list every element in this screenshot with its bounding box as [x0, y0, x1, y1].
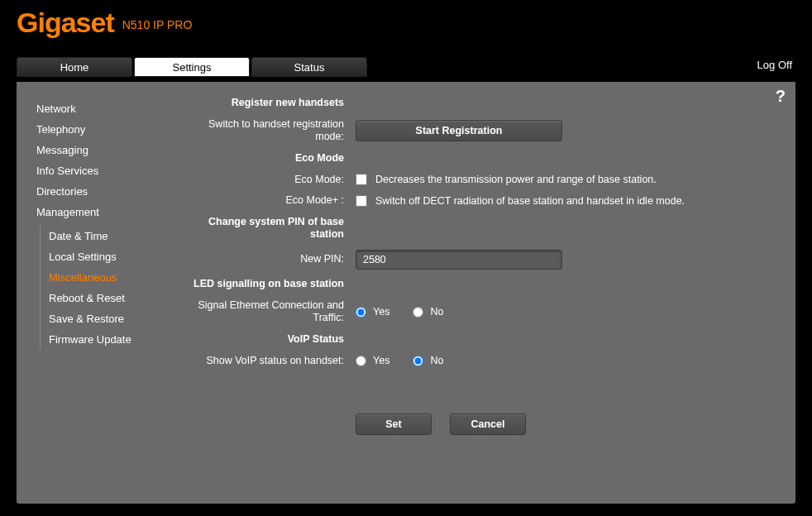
logoff-link[interactable]: Log Off [757, 59, 795, 71]
radio-voip-yes-label: Yes [373, 355, 389, 366]
sidebar-subnav: Date & Time Local Settings Miscellaneous… [40, 226, 190, 350]
heading-voip: VoIP Status [190, 333, 356, 346]
set-button[interactable]: Set [356, 413, 432, 435]
label-switch-mode: Switch to handset registration mode: [190, 118, 356, 144]
help-icon[interactable]: ? [776, 87, 786, 106]
radio-voip-no-group[interactable]: No [413, 355, 443, 366]
radio-voip-no[interactable] [413, 356, 423, 366]
desc-eco-mode-plus: Switch off DECT radiation of base statio… [375, 195, 685, 207]
radio-voip-yes[interactable] [356, 356, 366, 366]
sidebar: Network Telephony Messaging Info Service… [17, 82, 190, 504]
checkbox-eco-mode[interactable] [356, 174, 367, 185]
sidebar-item-management[interactable]: Management [36, 202, 190, 222]
sidebar-item-info-services[interactable]: Info Services [36, 160, 190, 181]
sidebar-item-telephony[interactable]: Telephony [36, 119, 190, 140]
sidebar-item-save-restore[interactable]: Save & Restore [49, 308, 190, 329]
sidebar-item-miscellaneous[interactable]: Miscellaneous [49, 267, 190, 288]
input-new-pin[interactable] [356, 250, 562, 270]
radio-voip-yes-group[interactable]: Yes [356, 355, 389, 366]
heading-led: LED signalling on base station [190, 278, 356, 291]
radio-signal-yes-label: Yes [373, 306, 389, 318]
radio-voip-no-label: No [430, 355, 443, 366]
radio-signal-yes-group[interactable]: Yes [356, 306, 389, 318]
topbar: Home Settings Status Log Off [0, 52, 812, 77]
start-registration-button[interactable]: Start Registration [356, 120, 562, 141]
sidebar-item-messaging[interactable]: Messaging [36, 140, 190, 160]
sidebar-item-network[interactable]: Network [36, 98, 190, 119]
radio-signal-no-label: No [430, 306, 443, 318]
sidebar-item-date-time[interactable]: Date & Time [49, 226, 190, 246]
heading-register: Register new handsets [190, 97, 356, 110]
checkbox-eco-mode-plus[interactable] [356, 195, 367, 207]
label-signal-ethernet: Signal Ethernet Connection and Traffic: [190, 299, 356, 325]
label-new-pin: New PIN: [190, 253, 356, 266]
brand-logo: Gigaset [17, 7, 114, 39]
radio-signal-no[interactable] [413, 307, 423, 318]
header: Gigaset N510 IP PRO [0, 0, 812, 52]
radio-signal-yes[interactable] [356, 307, 366, 318]
tab-status[interactable]: Status [251, 57, 367, 77]
sidebar-item-reboot-reset[interactable]: Reboot & Reset [49, 288, 190, 308]
label-eco-mode-plus: Eco Mode+ : [190, 194, 356, 208]
content-area: Register new handsets Switch to handset … [190, 82, 795, 504]
footer-buttons: Set Cancel [356, 413, 776, 435]
label-eco-mode: Eco Mode: [190, 174, 356, 187]
radio-signal-no-group[interactable]: No [413, 306, 443, 318]
sidebar-item-local-settings[interactable]: Local Settings [49, 246, 190, 267]
heading-pin: Change system PIN of base station [190, 216, 356, 241]
tab-home[interactable]: Home [17, 57, 132, 77]
cancel-button[interactable]: Cancel [450, 413, 526, 435]
model-label: N510 IP PRO [122, 18, 193, 31]
label-show-voip: Show VoIP status on handset: [190, 355, 356, 368]
heading-eco: Eco Mode [190, 152, 356, 165]
tab-settings[interactable]: Settings [134, 57, 250, 77]
sidebar-item-directories[interactable]: Directories [36, 181, 190, 202]
tab-strip: Home Settings Status [17, 57, 367, 77]
sidebar-item-firmware-update[interactable]: Firmware Update [49, 329, 190, 350]
desc-eco-mode: Decreases the transmission power and ran… [375, 174, 657, 185]
main-panel: ? Network Telephony Messaging Info Servi… [17, 82, 795, 504]
